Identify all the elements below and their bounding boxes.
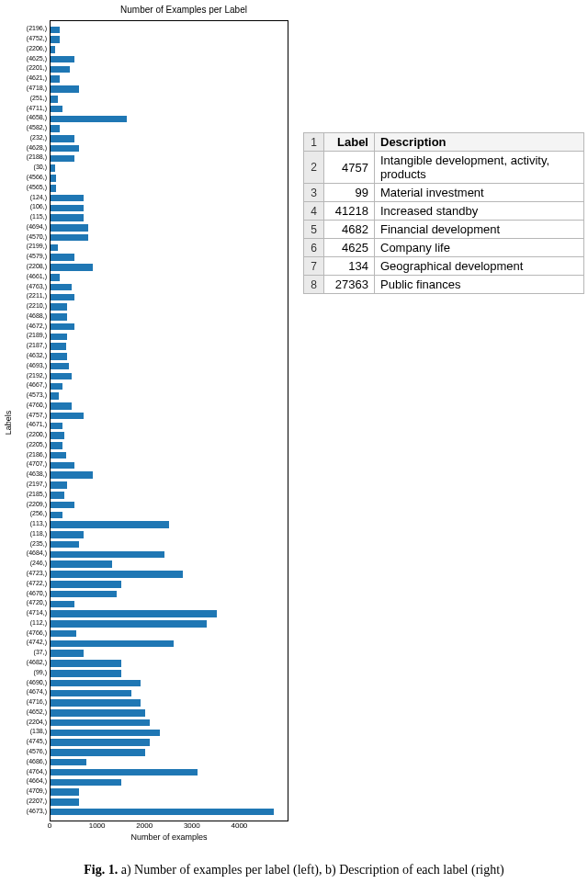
y-tick-label: (4638,) [0, 470, 47, 479]
bar-row [51, 164, 288, 174]
y-tick-label: (4565,) [0, 183, 47, 192]
bar-row [51, 560, 288, 570]
bar [51, 809, 274, 816]
y-tick-label: (2207,) [0, 797, 47, 806]
bar [51, 779, 121, 787]
table-row: 54682Financial development [304, 221, 584, 239]
bar [51, 541, 79, 549]
bar-row [51, 292, 288, 302]
y-tick-label: (4711,) [0, 104, 47, 113]
bar [51, 27, 60, 34]
bar [51, 788, 79, 796]
bar [51, 462, 74, 470]
bar-row [51, 728, 288, 738]
y-tick-label: (4682,) [0, 658, 47, 667]
bar-row [51, 767, 288, 777]
bar-row [51, 153, 288, 164]
bar [51, 85, 79, 93]
bar-row [51, 787, 288, 798]
bar [51, 670, 121, 677]
bar [51, 680, 141, 687]
bar [51, 195, 84, 202]
barh-chart: Number of Examples per Label Labels 0100… [0, 0, 303, 845]
y-tick-label: (4694,) [0, 222, 47, 232]
y-tick-label: (256,) [0, 509, 47, 518]
bar-row [51, 401, 288, 411]
header-description: Description [375, 133, 584, 152]
bar-row [51, 510, 288, 520]
figure-container: Number of Examples per Label Labels 0100… [0, 0, 588, 883]
bar-row [51, 114, 288, 124]
figure-caption: Fig. 1. a) Number of examples per label … [0, 863, 588, 877]
y-tick-label: (4707,) [0, 459, 47, 469]
bar [51, 303, 67, 311]
cell-description: Company life [375, 239, 584, 257]
bar [51, 205, 84, 212]
cell-description: Intangible development, activity, produc… [375, 152, 584, 184]
bar-row [51, 520, 288, 530]
y-tick-label: (4625,) [0, 54, 47, 63]
y-tick-label: (4693,) [0, 361, 47, 370]
bar [51, 294, 74, 301]
bar [51, 125, 60, 132]
bar-row [51, 628, 288, 639]
x-tick-label: 2000 [136, 821, 153, 830]
bar [51, 164, 55, 172]
bar [51, 373, 72, 380]
table-row: 24757Intangible development, activity, p… [304, 152, 584, 184]
y-tick-label: (4670,) [0, 589, 47, 598]
y-tick-label: (138,) [0, 727, 47, 736]
bar [51, 116, 127, 123]
bar [51, 224, 88, 232]
y-tick-label: (4766,) [0, 628, 47, 638]
bar-row [51, 54, 288, 64]
bar-row [51, 85, 288, 95]
y-tick-label: (2192,) [0, 371, 47, 380]
row-index: 3 [304, 184, 324, 202]
bar [51, 749, 145, 756]
bar-row [51, 599, 288, 609]
y-tick-label: (4579,) [0, 252, 47, 261]
bar [51, 96, 58, 103]
y-tick-label: (37,) [0, 648, 47, 657]
cell-description: Geographical development [375, 257, 584, 276]
y-tick-label: (2189,) [0, 331, 47, 340]
row-index: 6 [304, 239, 324, 257]
bar-row [51, 104, 288, 114]
bar [51, 334, 67, 341]
y-tick-label: (4690,) [0, 678, 47, 687]
bar [51, 313, 67, 321]
bar-row [51, 718, 288, 728]
bar [51, 383, 62, 391]
bar [51, 769, 198, 776]
bar [51, 502, 74, 509]
y-tick-label: (4664,) [0, 776, 47, 786]
bar [51, 264, 93, 271]
bar [51, 392, 59, 400]
y-tick-label: (2205,) [0, 440, 47, 449]
y-tick-label: (4570,) [0, 232, 47, 242]
bar [51, 452, 66, 459]
bar-row [51, 708, 288, 718]
y-tick-label: (4674,) [0, 687, 47, 696]
y-tick-label: (4764,) [0, 767, 47, 776]
y-tick-label: (99,) [0, 668, 47, 677]
bar [51, 571, 183, 578]
bar [51, 402, 72, 410]
cell-description: Increased standby [375, 202, 584, 221]
y-tick-label: (2199,) [0, 242, 47, 251]
bar [51, 660, 121, 667]
y-tick-label: (4688,) [0, 311, 47, 321]
y-tick-label: (235,) [0, 539, 47, 549]
bar [51, 591, 117, 598]
bar-row [51, 193, 288, 203]
table-row: 1LabelDescription [304, 133, 584, 152]
bar-row [51, 441, 288, 451]
cell-label: 4682 [324, 221, 375, 239]
bar-row [51, 143, 288, 153]
bar-row [51, 272, 288, 282]
bar-row [51, 500, 288, 510]
y-tick-label: (106,) [0, 202, 47, 211]
bar-row [51, 203, 288, 213]
y-tick-label: (4723,) [0, 569, 47, 578]
